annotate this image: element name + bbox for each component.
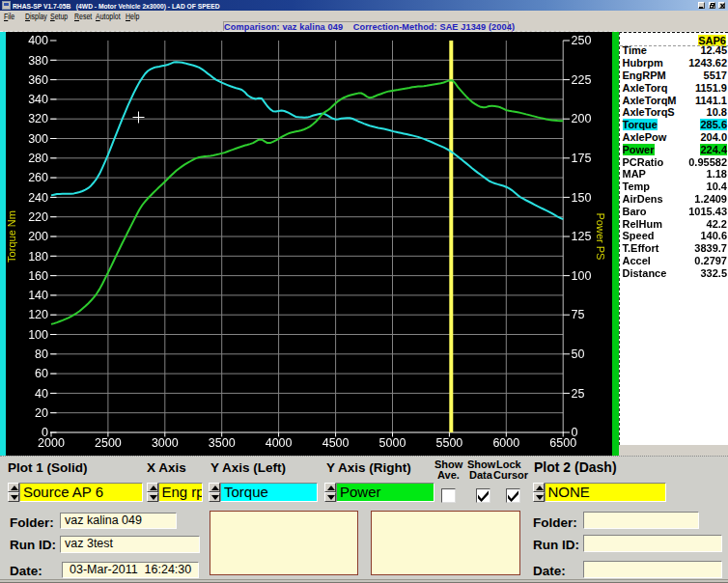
svg-text:40: 40: [35, 387, 48, 401]
svg-text:4000: 4000: [266, 436, 293, 450]
svg-text:220: 220: [28, 210, 48, 224]
svg-text:6000: 6000: [492, 436, 519, 450]
svg-text:4500: 4500: [322, 436, 350, 450]
svg-text:175: 175: [572, 152, 592, 165]
svg-text:180: 180: [28, 250, 48, 264]
svg-text:60: 60: [35, 367, 48, 380]
svg-text:75: 75: [572, 308, 585, 321]
svg-text:160: 160: [28, 269, 48, 283]
svg-text:200: 200: [572, 112, 592, 125]
svg-text:150: 150: [572, 191, 592, 205]
svg-text:250: 250: [572, 34, 592, 47]
svg-text:260: 260: [28, 171, 48, 184]
svg-text:340: 340: [28, 93, 48, 106]
svg-text:140: 140: [28, 289, 48, 302]
svg-text:120: 120: [28, 308, 48, 321]
svg-text:5000: 5000: [379, 436, 406, 450]
svg-text:Power PS: Power PS: [595, 213, 606, 261]
svg-text:280: 280: [28, 152, 48, 165]
svg-text:Torque Nm: Torque Nm: [6, 210, 17, 263]
svg-text:125: 125: [572, 230, 592, 243]
svg-text:3500: 3500: [209, 436, 236, 450]
svg-text:25: 25: [572, 387, 585, 401]
svg-text:400: 400: [28, 34, 48, 47]
svg-text:380: 380: [28, 54, 48, 68]
svg-text:300: 300: [28, 132, 48, 146]
svg-text:5500: 5500: [435, 436, 462, 450]
svg-text:200: 200: [28, 230, 48, 243]
svg-text:320: 320: [28, 112, 48, 125]
svg-text:6500: 6500: [549, 436, 576, 450]
svg-text:50: 50: [572, 347, 585, 361]
svg-text:225: 225: [572, 73, 592, 87]
svg-text:20: 20: [35, 406, 48, 420]
svg-text:80: 80: [35, 347, 48, 361]
svg-text:2000: 2000: [38, 436, 65, 450]
svg-text:360: 360: [28, 73, 48, 87]
svg-text:100: 100: [28, 328, 48, 342]
svg-text:2500: 2500: [95, 436, 122, 450]
svg-text:100: 100: [572, 269, 592, 283]
svg-text:3000: 3000: [152, 436, 179, 450]
svg-text:240: 240: [28, 191, 48, 205]
